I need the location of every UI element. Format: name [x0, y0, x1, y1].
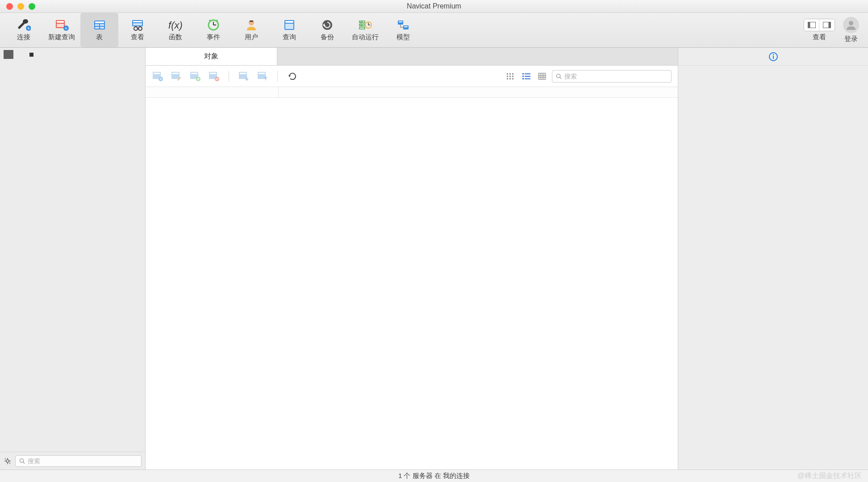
info-icon[interactable]	[768, 52, 778, 62]
close-icon[interactable]	[6, 3, 13, 10]
toolbar-connection[interactable]: + 连接	[4, 13, 42, 47]
view-right-panel-toggle[interactable]	[819, 19, 835, 31]
svg-rect-75	[507, 78, 508, 79]
svg-line-94	[560, 77, 561, 79]
maximize-icon[interactable]	[29, 3, 35, 10]
view-list-icon[interactable]	[522, 72, 531, 81]
svg-rect-12	[95, 27, 99, 29]
search-icon	[19, 458, 25, 464]
sidebar-header	[0, 48, 145, 61]
toolbar-query-label: 查询	[283, 33, 296, 42]
toolbar-user-label: 用户	[245, 33, 258, 42]
window-title: Navicat Premium	[0, 2, 868, 10]
svg-rect-76	[509, 78, 511, 79]
toolbar-table[interactable]: 表	[80, 13, 118, 47]
tab-objects[interactable]: 对象	[146, 48, 277, 65]
new-table-icon[interactable]	[189, 71, 201, 82]
open-table-icon[interactable]	[152, 71, 163, 82]
toolbar-function[interactable]: f(x) 函数	[156, 13, 194, 47]
svg-point-47	[849, 21, 853, 25]
search-icon	[556, 73, 562, 79]
export-wizard-icon[interactable]	[257, 71, 268, 82]
svg-rect-42	[404, 26, 408, 27]
svg-point-93	[556, 74, 560, 77]
view-left-panel-toggle[interactable]	[804, 19, 819, 31]
connection-tree-icon[interactable]	[4, 50, 13, 59]
view-grid-icon[interactable]	[505, 72, 515, 81]
svg-point-25	[216, 20, 218, 21]
app-window: Navicat Premium + 连接 + 新建查询 表 查看 f(x) 函数…	[0, 0, 868, 482]
import-wizard-icon[interactable]	[238, 71, 250, 82]
object-search-input[interactable]	[564, 73, 668, 80]
toolbar-new-query[interactable]: + 新建查询	[42, 13, 80, 47]
svg-marker-68	[288, 75, 291, 77]
svg-text:f(x): f(x)	[168, 20, 183, 31]
object-toolbar	[146, 66, 678, 87]
refresh-icon[interactable]	[287, 71, 298, 82]
object-search[interactable]	[552, 70, 672, 83]
sidebar-search-input[interactable]	[28, 457, 138, 465]
toolbar-event[interactable]: 事件	[194, 13, 232, 47]
connection-tree[interactable]	[0, 61, 145, 452]
svg-rect-9	[95, 21, 104, 23]
toolbar-view-label: 查看	[131, 33, 144, 42]
svg-rect-29	[285, 21, 293, 23]
svg-text:+: +	[27, 26, 30, 31]
svg-rect-79	[525, 73, 530, 74]
status-text: 1 个 服务器 在 我的连接	[398, 472, 470, 480]
svg-rect-82	[522, 78, 524, 79]
svg-rect-80	[522, 75, 524, 77]
toolbar-query[interactable]: 查询	[270, 13, 308, 47]
sidebar	[0, 48, 146, 470]
svg-rect-70	[509, 73, 511, 75]
svg-rect-15	[133, 21, 142, 22]
tab-bar: 对象	[146, 48, 678, 66]
main-area: 对象	[146, 48, 678, 470]
view-detail-icon[interactable]	[538, 72, 547, 81]
svg-point-18	[138, 27, 142, 30]
svg-rect-69	[507, 73, 508, 75]
toolbar-automation[interactable]: 自动运行	[346, 13, 384, 47]
svg-rect-4	[57, 21, 64, 23]
titlebar: Navicat Premium	[0, 0, 868, 13]
toolbar-view[interactable]: 查看	[118, 13, 156, 47]
svg-rect-56	[172, 73, 179, 74]
svg-rect-16	[133, 23, 142, 25]
watermark: @稀土掘金技术社区	[797, 471, 862, 481]
toolbar-connection-label: 连接	[17, 33, 30, 42]
toolbar-function-label: 函数	[169, 33, 182, 42]
svg-rect-39	[398, 21, 403, 25]
toolbar-backup[interactable]: 备份	[308, 13, 346, 47]
minimize-icon[interactable]	[17, 3, 24, 10]
svg-rect-27	[250, 21, 253, 22]
separator-icon	[277, 71, 278, 82]
object-list-content[interactable]	[146, 98, 678, 470]
view-segment-label: 查看	[813, 33, 826, 42]
svg-rect-40	[399, 21, 402, 22]
delete-table-icon[interactable]	[208, 71, 220, 82]
login-button[interactable]: 登录	[843, 17, 859, 43]
svg-rect-58	[191, 73, 197, 74]
svg-rect-35	[359, 27, 365, 29]
svg-rect-61	[210, 73, 216, 74]
view-segmented-control	[804, 19, 835, 31]
svg-rect-52	[154, 73, 160, 74]
toolbar-table-label: 表	[96, 33, 103, 42]
svg-rect-71	[512, 73, 513, 75]
sync-icon[interactable]	[4, 457, 12, 465]
svg-rect-77	[512, 78, 513, 79]
toolbar-model[interactable]: 模型	[384, 13, 422, 47]
svg-rect-30	[285, 24, 293, 29]
design-table-icon[interactable]	[171, 71, 182, 82]
svg-point-96	[772, 54, 774, 55]
toolbar-model-label: 模型	[396, 33, 410, 42]
avatar-icon	[843, 17, 859, 33]
sidebar-search[interactable]	[15, 455, 142, 467]
table-header-col[interactable]	[146, 87, 279, 97]
svg-line-50	[23, 462, 25, 463]
toolbar-user[interactable]: 用户	[232, 13, 270, 47]
svg-rect-5	[57, 24, 64, 27]
body: 对象	[0, 48, 868, 470]
sidebar-indicator-icon	[29, 53, 33, 57]
login-label: 登录	[844, 35, 858, 43]
